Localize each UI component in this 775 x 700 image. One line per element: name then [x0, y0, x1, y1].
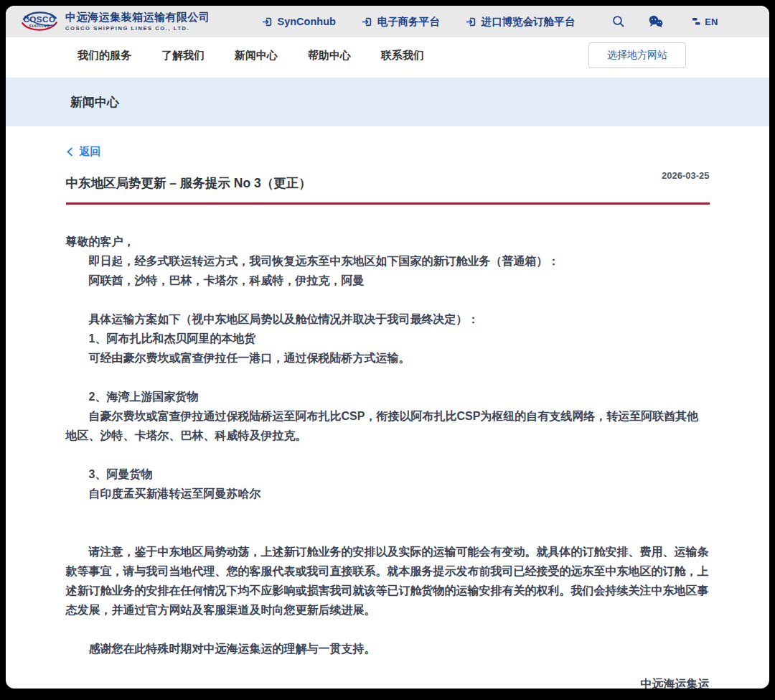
external-platform-link[interactable]: 电子商务平台	[362, 15, 440, 29]
article-paragraph: 尊敬的客户，	[66, 232, 710, 251]
svg-text:SHIPPING: SHIPPING	[29, 24, 50, 28]
article-body: 尊敬的客户，即日起，经多式联运转运方式，我司恢复远东至中东地区如下国家的新订舱业…	[66, 232, 710, 658]
external-platform-links: SynConhub 电子商务平台	[262, 15, 601, 29]
signature-block: 中远海运集运 2026年3月25日	[66, 674, 710, 689]
language-label: EN	[705, 17, 718, 27]
wechat-button[interactable]	[648, 15, 664, 28]
brand-logo-block[interactable]: COSCO SHIPPING 中远海运集装箱运输有限公司 COSCO SHIPP…	[20, 8, 210, 35]
article-paragraph: 2、海湾上游国家货物	[66, 387, 710, 406]
article-paragraph	[66, 523, 710, 542]
main-nav-item: 我们的服务	[78, 49, 131, 62]
main-nav-item: 新闻中心	[235, 49, 278, 62]
article-paragraph: 感谢您在此特殊时期对中远海运集运的理解与一贯支持。	[66, 639, 710, 658]
enter-arrow-icon	[362, 17, 372, 27]
article-paragraph: 可经由豪尔费坎或富查伊拉任一港口，通过保税陆桥方式运输。	[66, 348, 710, 368]
main-nav-item: 了解我们	[161, 49, 205, 62]
external-platform-link[interactable]: 进口博览会订舱平台	[466, 15, 576, 29]
article-paragraph: 3、阿曼货物	[66, 465, 710, 484]
window-frame: COSCO SHIPPING 中远海运集装箱运输有限公司 COSCO SHIPP…	[0, 0, 775, 700]
back-link[interactable]: 返回	[66, 145, 101, 159]
article-paragraph	[66, 445, 710, 465]
main-nav-list: 我们的服务了解我们新闻中心帮助中心联系我们	[78, 49, 424, 62]
main-nav-item: 联系我们	[381, 49, 424, 62]
wechat-icon	[648, 15, 664, 28]
publish-date: 2026-03-25	[662, 170, 710, 181]
page: COSCO SHIPPING 中远海运集装箱运输有限公司 COSCO SHIPP…	[6, 6, 769, 689]
main-navigation: 我们的服务了解我们新闻中心帮助中心联系我们 选择地方网站	[6, 37, 769, 73]
section-title: 新闻中心	[70, 94, 119, 111]
external-platform-link[interactable]: SynConhub	[262, 16, 336, 27]
article-paragraph	[66, 290, 710, 309]
cosco-shipping-logo-icon: COSCO SHIPPING	[20, 8, 59, 35]
enter-arrow-icon	[262, 17, 273, 27]
main-nav-item: 帮助中心	[308, 49, 351, 62]
main-nav-link[interactable]: 我们的服务	[78, 49, 131, 61]
language-switch[interactable]: EN	[692, 17, 718, 27]
article-content: 返回 中东地区局势更新 – 服务提示 No 3（更正） 2026-03-25 尊…	[66, 126, 710, 689]
signature-name: 中远海运集运	[66, 674, 710, 689]
section-banner: 新闻中心	[6, 78, 769, 126]
article-title: 中东地区局势更新 – 服务提示 No 3（更正）	[66, 174, 311, 192]
article-paragraph	[66, 368, 710, 387]
main-nav-link[interactable]: 帮助中心	[308, 49, 351, 61]
red-divider	[66, 202, 710, 205]
brand-text: 中远海运集装箱运输有限公司 COSCO SHIPPING LINES CO., …	[65, 11, 210, 32]
external-platform-label: 进口博览会订舱平台	[482, 15, 576, 29]
article-paragraph: 请注意，鉴于中东地区局势动荡，上述新订舱业务的安排以及实际的运输可能会有变动。就…	[66, 542, 710, 620]
main-nav-link[interactable]: 联系我们	[381, 49, 424, 61]
company-name-cn: 中远海运集装箱运输有限公司	[65, 11, 210, 24]
language-icon	[692, 17, 700, 26]
back-label: 返回	[80, 145, 101, 159]
article-paragraph: 具体运输方案如下（视中东地区局势以及舱位情况并取决于我司最终决定）：	[66, 309, 710, 329]
search-icon	[612, 15, 625, 28]
article-paragraph: 自豪尔费坎或富查伊拉通过保税陆桥运至阿布扎比CSP，衔接以阿布扎比CSP为枢纽的…	[66, 406, 710, 445]
article-paragraph: 即日起，经多式联运转运方式，我司恢复远东至中东地区如下国家的新订舱业务（普通箱）…	[66, 251, 710, 271]
main-nav-link[interactable]: 了解我们	[161, 49, 205, 61]
external-platform-label: 电子商务平台	[377, 15, 440, 29]
main-nav-link[interactable]: 新闻中心	[235, 49, 278, 61]
enter-arrow-icon	[466, 17, 476, 27]
article-title-row: 中东地区局势更新 – 服务提示 No 3（更正） 2026-03-25	[66, 174, 710, 192]
select-region-button[interactable]: 选择地方网站	[588, 42, 686, 68]
top-links-cluster: SynConhub 电子商务平台	[262, 15, 718, 29]
svg-text:COSCO: COSCO	[23, 14, 55, 24]
external-platform-label: SynConhub	[278, 16, 336, 27]
company-name-en: COSCO SHIPPING LINES CO., LTD.	[65, 26, 210, 32]
top-header: COSCO SHIPPING 中远海运集装箱运输有限公司 COSCO SHIPP…	[6, 6, 769, 37]
search-button[interactable]	[612, 15, 625, 28]
article-paragraph	[66, 620, 710, 639]
article-paragraph: 自印度孟买新港转运至阿曼苏哈尔	[66, 484, 710, 503]
article-paragraph: 1、阿布扎比和杰贝阿里的本地货	[66, 329, 710, 348]
chevron-left-icon	[66, 146, 74, 157]
article-paragraph: 阿联酋，沙特，巴林，卡塔尔，科威特，伊拉克，阿曼	[66, 271, 710, 290]
article-paragraph	[66, 503, 710, 523]
